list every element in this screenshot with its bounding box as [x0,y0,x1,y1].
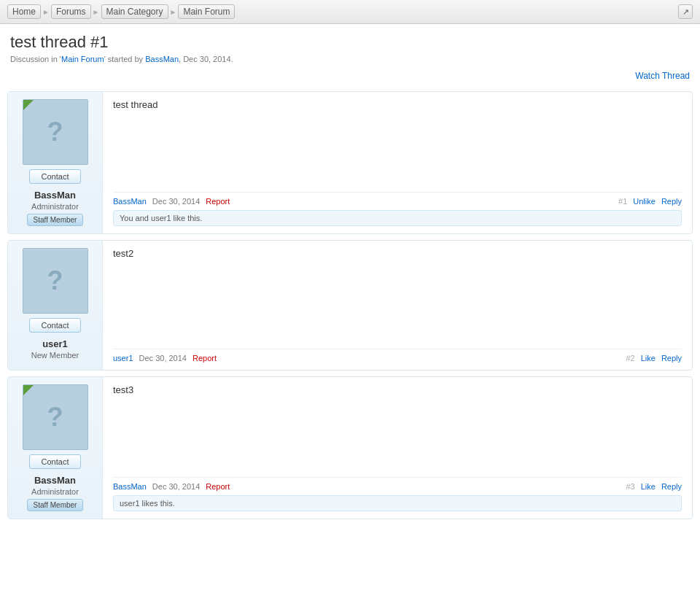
post-sidebar: ? Contact user1 New Member [8,241,103,370]
likes-bar: user1 likes this. [113,495,682,511]
breadcrumb-forums[interactable]: Forums [51,4,91,19]
author-link[interactable]: BassMan [145,55,179,63]
post-author-link[interactable]: user1 [113,354,133,362]
avatar: ? [23,384,88,450]
post-number: #1 [618,197,627,206]
post-sidebar: ? Contact BassMan Administrator Staff Me… [8,92,103,233]
post-number: #2 [626,354,634,362]
likes-bar: You and user1 like this. [113,210,682,226]
username: BassMan [34,190,76,201]
external-link-icon[interactable]: ↗ [678,4,693,19]
unlike-link[interactable]: Unlike [633,197,656,206]
post-body: test thread BassMan Dec 30, 2014 Report … [103,92,692,233]
breadcrumb-sep-2: ► [93,8,100,16]
post-date: Dec 30, 2014 [152,197,200,206]
post-footer: BassMan Dec 30, 2014 Report #1 Unlike Re… [113,192,682,206]
contact-button[interactable]: Contact [29,454,82,469]
breadcrumb-home[interactable]: Home [7,4,41,19]
page-subtitle: Discussion in 'Main Forum' started by Ba… [10,55,690,63]
avatar: ? [23,248,88,314]
avatar: ? [23,99,88,165]
avatar-placeholder: ? [47,265,63,296]
watch-thread-link[interactable]: Watch Thread [635,71,690,81]
post-content: test3 [113,384,682,477]
post-container: ? Contact BassMan Administrator Staff Me… [7,376,693,519]
breadcrumb-sep-3: ► [170,8,177,16]
post-container: ? Contact user1 New Member test2 user1 D… [7,240,693,371]
post-meta: BassMan Dec 30, 2014 Report [113,197,230,206]
avatar-placeholder: ? [47,402,63,433]
page-title: test thread #1 [10,33,690,52]
post-body: test2 user1 Dec 30, 2014 Report #2 Like … [103,241,692,370]
user-role: New Member [31,351,79,360]
post-actions: #3 Like Reply [626,482,682,491]
post-actions: #2 Like Reply [626,354,682,362]
post-number: #3 [626,482,634,491]
watch-row: Watch Thread [0,66,700,85]
username: BassMan [34,475,76,486]
user-role: Administrator [31,202,79,211]
contact-button[interactable]: Contact [29,169,82,184]
post-content: test2 [113,248,682,349]
forum-link[interactable]: Main Forum [61,55,104,63]
staff-badge: Staff Member [27,499,84,511]
post-content: test thread [113,99,682,192]
report-link[interactable]: Report [206,197,230,206]
staff-badge: Staff Member [27,214,84,226]
report-link[interactable]: Report [206,482,230,491]
posts-area: ? Contact BassMan Administrator Staff Me… [0,91,700,519]
reply-link[interactable]: Reply [661,354,682,362]
breadcrumb: Home ► Forums ► Main Category ► Main For… [0,0,700,24]
admin-badge-triangle [23,100,34,110]
post-author-link[interactable]: BassMan [113,197,147,206]
report-link[interactable]: Report [192,354,217,362]
admin-badge-triangle [23,385,34,395]
post-sidebar: ? Contact BassMan Administrator Staff Me… [8,377,103,519]
like-link[interactable]: Like [641,482,656,491]
like-link[interactable]: Like [641,354,656,362]
user-role: Administrator [31,487,79,496]
post-date: Dec 30, 2014 [139,354,187,362]
breadcrumb-sep-1: ► [42,8,50,16]
post-author-link[interactable]: BassMan [113,482,147,491]
post-body: test3 BassMan Dec 30, 2014 Report #3 Lik… [103,377,692,519]
contact-button[interactable]: Contact [29,318,82,333]
breadcrumb-main-category[interactable]: Main Category [101,4,168,19]
post-meta: user1 Dec 30, 2014 Report [113,354,217,362]
avatar-placeholder: ? [47,117,63,147]
reply-link[interactable]: Reply [661,197,682,206]
post-container: ? Contact BassMan Administrator Staff Me… [7,91,693,234]
breadcrumb-main-forum[interactable]: Main Forum [178,4,235,19]
post-footer: BassMan Dec 30, 2014 Report #3 Like Repl… [113,477,682,491]
post-actions: #1 Unlike Reply [618,197,682,206]
post-footer: user1 Dec 30, 2014 Report #2 Like Reply [113,349,682,362]
post-meta: BassMan Dec 30, 2014 Report [113,482,230,491]
username: user1 [42,338,68,349]
reply-link[interactable]: Reply [661,482,682,491]
post-date: Dec 30, 2014 [152,482,200,491]
page-header: test thread #1 Discussion in 'Main Forum… [0,24,700,66]
